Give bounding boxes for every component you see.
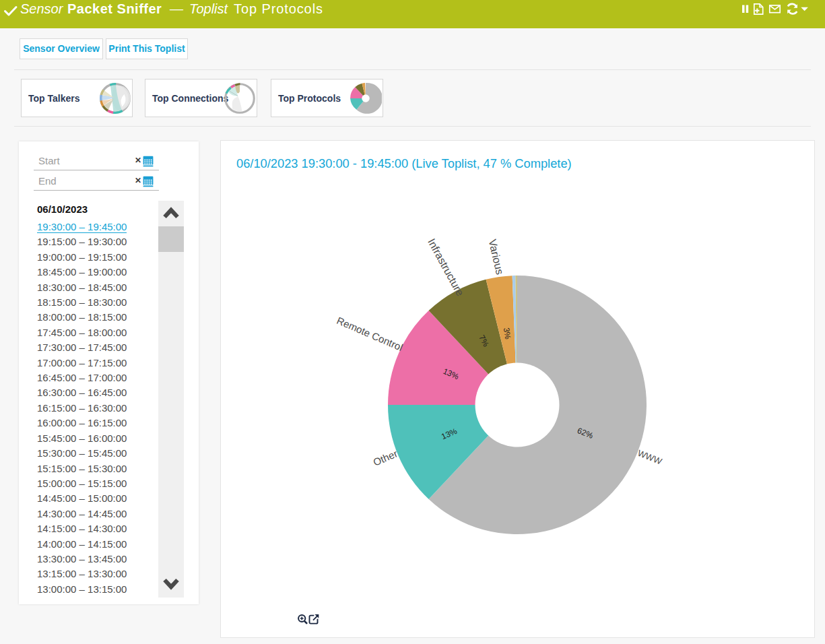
svg-text:WWW: WWW (636, 448, 664, 467)
svg-text:3%: 3% (502, 327, 513, 340)
svg-text:Other: Other (372, 447, 399, 468)
svg-text:Infrastructure: Infrastructure (426, 236, 466, 298)
svg-text:Various: Various (487, 238, 506, 276)
svg-text:Remote Control: Remote Control (335, 315, 405, 353)
